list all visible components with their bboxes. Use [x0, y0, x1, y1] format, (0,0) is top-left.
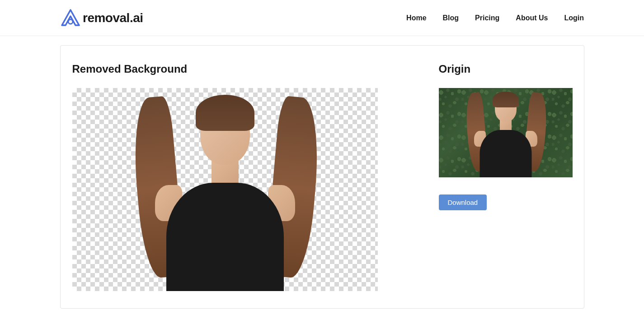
origin-person — [474, 95, 537, 177]
person-cutout — [153, 102, 297, 291]
download-button[interactable]: Download — [439, 194, 487, 210]
logo[interactable]: removal.ai — [60, 9, 143, 27]
nav-blog[interactable]: Blog — [443, 14, 459, 22]
nav-pricing[interactable]: Pricing — [475, 14, 499, 22]
nav: Home Blog Pricing About Us Login — [406, 14, 584, 22]
origin-section: Origin Download — [439, 63, 573, 291]
result-card: Removed Background Origin — [60, 45, 584, 309]
nav-home[interactable]: Home — [406, 14, 426, 22]
removed-section: Removed Background — [72, 63, 378, 291]
nav-login[interactable]: Login — [564, 14, 584, 22]
main-container: Removed Background Origin — [60, 45, 584, 309]
origin-image — [439, 88, 573, 177]
removed-title: Removed Background — [72, 63, 378, 75]
removed-image — [72, 88, 378, 291]
svg-point-0 — [68, 19, 73, 24]
origin-title: Origin — [439, 63, 573, 75]
header: removal.ai Home Blog Pricing About Us Lo… — [0, 0, 644, 36]
nav-about-us[interactable]: About Us — [516, 14, 548, 22]
logo-icon — [60, 9, 81, 27]
logo-text: removal.ai — [83, 11, 143, 25]
